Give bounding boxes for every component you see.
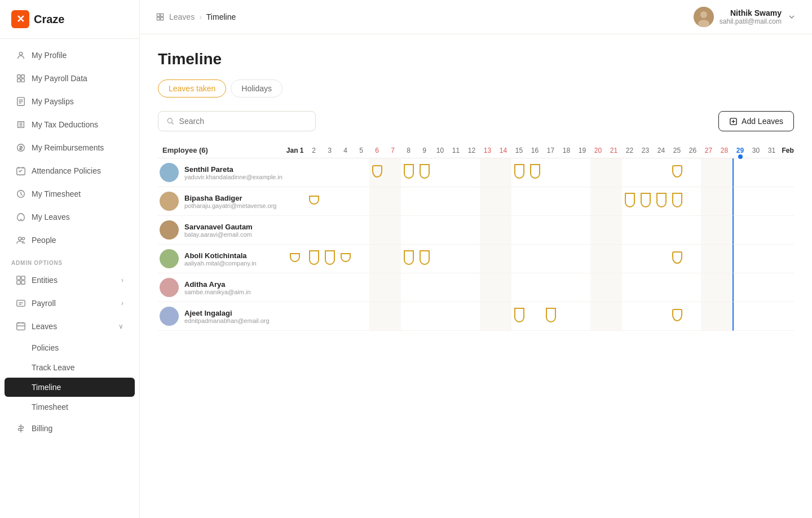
d1-26 xyxy=(685,158,701,187)
app-name: Craze xyxy=(34,13,64,26)
d3-21 xyxy=(606,216,622,245)
sidebar-label-billing: Billing xyxy=(32,424,52,433)
d6-21 xyxy=(606,302,622,331)
d2-13 xyxy=(480,187,496,216)
d1-29 xyxy=(732,158,748,187)
d3-10 xyxy=(433,216,448,245)
d5-25 xyxy=(669,273,685,302)
d5-15 xyxy=(511,273,527,302)
d2-4 xyxy=(338,187,354,216)
d6-8 xyxy=(401,302,417,331)
emp-info-3: Sarvanavel Gautam balay.aaravi@email.com xyxy=(184,223,253,238)
day-header-8: 8 xyxy=(401,143,417,158)
leaves-submenu: Policies Track Leave Timeline Timesheet xyxy=(0,338,139,417)
d4-22 xyxy=(622,245,638,273)
d3-2 xyxy=(306,216,322,245)
people-icon xyxy=(16,235,26,245)
day-header-feb1: Feb 1 xyxy=(780,143,794,158)
day-header-30: 30 xyxy=(748,143,764,158)
submenu-timeline[interactable]: Timeline xyxy=(5,378,135,397)
tab-holidays[interactable]: Holidays xyxy=(231,79,283,98)
leave-block xyxy=(420,250,430,265)
employee-cell-3: Sarvanavel Gautam balay.aaravi@email.com xyxy=(158,216,284,245)
day-header-17: 17 xyxy=(543,143,559,158)
d4-15 xyxy=(511,245,527,273)
sidebar-item-attendance-policies[interactable]: Attendance Policies xyxy=(5,160,135,182)
d1-22 xyxy=(622,158,638,187)
emp-info-1: Senthil Pareta yaduvir.khandaladinne@exa… xyxy=(184,165,283,180)
logo: ✕ Craze xyxy=(0,0,139,39)
sidebar-item-my-reimbursements[interactable]: My Reimbursements xyxy=(5,136,135,159)
d5-26 xyxy=(685,273,701,302)
d2-24 xyxy=(654,187,669,216)
sidebar-item-leaves-admin[interactable]: Leaves ∨ xyxy=(5,315,135,338)
logo-icon: ✕ xyxy=(11,10,29,28)
submenu-track-leave[interactable]: Track Leave xyxy=(5,358,135,377)
d6-20 xyxy=(590,302,606,331)
d6-18 xyxy=(559,302,575,331)
leave-block xyxy=(530,164,540,179)
search-input[interactable] xyxy=(179,117,307,126)
employee-row-5: Aditha Arya sambe.manikya@aim.in xyxy=(158,273,794,302)
tab-leaves-taken[interactable]: Leaves taken xyxy=(158,79,226,98)
d2-1 xyxy=(284,187,306,216)
d3-27 xyxy=(701,216,717,245)
sidebar-item-entities[interactable]: Entities › xyxy=(5,269,135,291)
d6-27 xyxy=(701,302,717,331)
entities-chevron: › xyxy=(121,276,123,284)
d4-28 xyxy=(717,245,732,273)
sidebar-label-entities: Entities xyxy=(32,276,58,285)
submenu-timesheet[interactable]: Timesheet xyxy=(5,397,135,417)
sidebar-item-my-leaves[interactable]: My Leaves xyxy=(5,206,135,228)
d6-23 xyxy=(638,302,654,331)
add-leaves-button[interactable]: Add Leaves xyxy=(718,111,794,131)
d2-12 xyxy=(464,187,480,216)
d2-11 xyxy=(448,187,464,216)
sidebar-item-billing[interactable]: Billing xyxy=(5,417,135,440)
d6-3 xyxy=(322,302,338,331)
d3-11 xyxy=(448,216,464,245)
submenu-policies[interactable]: Policies xyxy=(5,338,135,357)
emp-avatar-5 xyxy=(160,278,179,297)
leave-shield xyxy=(672,309,682,321)
d2-26 xyxy=(685,187,701,216)
employee-cell-6: Ajeet Ingalagi ednitpadmanabhan@email.or… xyxy=(158,302,284,331)
day-header-27: 27 xyxy=(701,143,717,158)
sidebar-label-reimbursements: My Reimbursements xyxy=(32,143,104,152)
timesheet-icon xyxy=(16,189,26,199)
sidebar-item-my-profile[interactable]: My Profile xyxy=(5,44,135,67)
sidebar-item-my-tax-deductions[interactable]: My Tax Deductions xyxy=(5,113,135,136)
emp-info-4: Aboli Kotichintala aaliyah.mital@company… xyxy=(184,251,257,267)
search-icon xyxy=(166,117,175,126)
payroll-chevron: › xyxy=(121,299,123,307)
user-email: sahil.patil@mail.com xyxy=(720,17,782,25)
d2-19 xyxy=(575,187,590,216)
d1-9 xyxy=(417,158,433,187)
svg-point-32 xyxy=(700,11,707,18)
d5-f1 xyxy=(780,273,794,302)
leave-block xyxy=(404,250,414,265)
day-header-28: 28 xyxy=(717,143,732,158)
d4-14 xyxy=(496,245,511,273)
sidebar-item-payroll[interactable]: Payroll › xyxy=(5,292,135,315)
d4-23 xyxy=(638,245,654,273)
sidebar-item-people[interactable]: People xyxy=(5,229,135,251)
d6-14 xyxy=(496,302,511,331)
day-header-14: 14 xyxy=(496,143,511,158)
sidebar-label-leaves-admin: Leaves xyxy=(32,322,57,331)
user-menu[interactable]: Nithik Swamy sahil.patil@mail.com xyxy=(694,7,796,27)
d4-29 xyxy=(732,245,748,273)
sidebar-item-my-payroll-data[interactable]: My Payroll Data xyxy=(5,67,135,90)
leave-block xyxy=(309,250,319,265)
d3-16 xyxy=(527,216,543,245)
d1-11 xyxy=(448,158,464,187)
sidebar-item-my-payslips[interactable]: My Payslips xyxy=(5,90,135,113)
search-box[interactable] xyxy=(158,111,316,131)
sidebar-item-my-timesheet[interactable]: My Timesheet xyxy=(5,183,135,205)
svg-point-18 xyxy=(19,237,21,240)
d6-6 xyxy=(369,302,385,331)
emp-info-2: Bipasha Badiger potharaju.gayatri@metave… xyxy=(184,194,276,209)
d4-4 xyxy=(338,245,354,273)
d1-18 xyxy=(559,158,575,187)
d5-9 xyxy=(417,273,433,302)
